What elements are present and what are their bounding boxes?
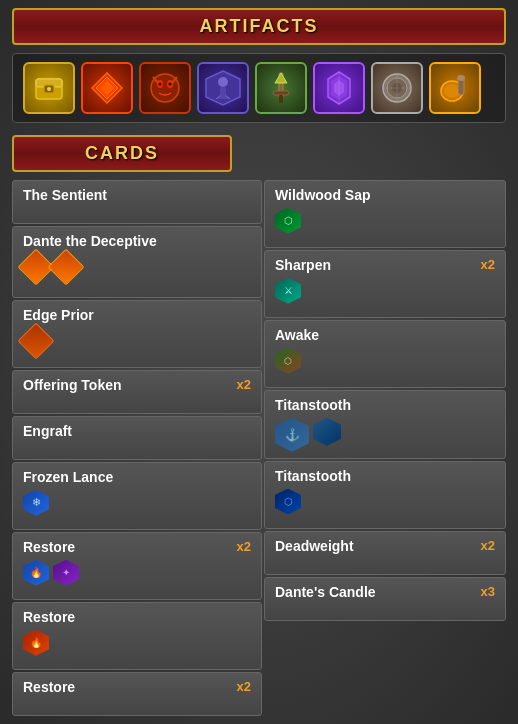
card-count-sharpen: x2: [481, 257, 495, 272]
cards-grid: The Sentient Dante the Deceptive Edge Pr…: [12, 180, 506, 716]
card-engraft[interactable]: Engraft: [12, 416, 262, 460]
card-edge-prior[interactable]: Edge Prior: [12, 300, 262, 368]
restore-1-icon-2: ✦: [53, 560, 79, 586]
card-dantes-candle[interactable]: Dante's Candle x3: [264, 577, 506, 621]
card-name-wildwood: Wildwood Sap: [275, 187, 371, 204]
awake-icons: ⬡: [275, 348, 495, 374]
svg-rect-14: [220, 87, 226, 97]
artifact-7[interactable]: [371, 62, 423, 114]
frozen-lance-icons: ❄: [23, 490, 251, 516]
titanstooth-1-icons: ⚓: [275, 418, 495, 452]
card-name-the-sentient: The Sentient: [23, 187, 107, 204]
cards-header: CARDS: [12, 135, 232, 172]
card-name-restore-2: Restore: [23, 609, 75, 626]
artifact-6[interactable]: [313, 62, 365, 114]
left-column: The Sentient Dante the Deceptive Edge Pr…: [12, 180, 262, 716]
svg-point-10: [159, 83, 162, 86]
artifact-3[interactable]: [139, 62, 191, 114]
titanstooth-2-icons: ⬡: [275, 489, 495, 515]
card-name-awake: Awake: [275, 327, 319, 344]
titanstooth-1-icon-2: [313, 418, 341, 446]
card-count-dantes-candle: x3: [481, 584, 495, 599]
right-column: Wildwood Sap ⬡ Sharpen x2 ⚔: [264, 180, 506, 716]
restore-1-icon-1: 🔥: [23, 560, 49, 586]
card-name-deadweight: Deadweight: [275, 538, 354, 555]
dante-icons: [23, 254, 251, 280]
sharpen-icon-1: ⚔: [275, 278, 301, 304]
card-count-deadweight: x2: [481, 538, 495, 553]
edge-prior-icon-1: [18, 322, 55, 359]
card-count-restore-3: x2: [237, 679, 251, 694]
sharpen-icons: ⚔: [275, 278, 495, 304]
svg-rect-17: [273, 91, 289, 95]
card-the-sentient[interactable]: The Sentient: [12, 180, 262, 224]
svg-rect-18: [279, 95, 283, 103]
card-name-titanstooth-1: Titanstooth: [275, 397, 351, 414]
titanstooth-2-icon-1: ⬡: [275, 489, 301, 515]
awake-icon-1: ⬡: [275, 348, 301, 374]
card-name-restore-3: Restore: [23, 679, 75, 696]
svg-point-31: [457, 75, 465, 81]
card-name-offering: Offering Token: [23, 377, 122, 394]
frozen-lance-icon-1: ❄: [23, 490, 49, 516]
card-restore-2[interactable]: Restore 🔥: [12, 602, 262, 670]
svg-point-3: [47, 87, 51, 91]
card-name-titanstooth-2: Titanstooth: [275, 468, 351, 485]
restore-1-icons: 🔥 ✦: [23, 560, 251, 586]
card-name-edge-prior: Edge Prior: [23, 307, 94, 324]
card-sharpen[interactable]: Sharpen x2 ⚔: [264, 250, 506, 318]
card-restore-3[interactable]: Restore x2: [12, 672, 262, 716]
titanstooth-1-icon-1: ⚓: [275, 418, 309, 452]
artifacts-header: ARTIFACTS: [12, 8, 506, 45]
artifact-8[interactable]: [429, 62, 481, 114]
artifact-4[interactable]: [197, 62, 249, 114]
card-count-restore-1: x2: [237, 539, 251, 554]
card-name-sharpen: Sharpen: [275, 257, 331, 274]
artifacts-title: ARTIFACTS: [200, 16, 319, 36]
card-restore-1[interactable]: Restore x2 🔥 ✦: [12, 532, 262, 600]
card-dante-deceptive[interactable]: Dante the Deceptive: [12, 226, 262, 298]
card-awake[interactable]: Awake ⬡: [264, 320, 506, 388]
card-name-restore-1: Restore: [23, 539, 75, 556]
svg-point-11: [169, 83, 172, 86]
card-name-engraft: Engraft: [23, 423, 72, 440]
wildwood-icon-1: ⬡: [275, 208, 301, 234]
artifact-5[interactable]: [255, 62, 307, 114]
dante-icon-2: [48, 248, 85, 285]
card-wildwood-sap[interactable]: Wildwood Sap ⬡: [264, 180, 506, 248]
restore-2-icon-1: 🔥: [23, 630, 49, 656]
restore-2-icons: 🔥: [23, 630, 251, 656]
card-count-offering: x2: [237, 377, 251, 392]
edge-prior-icons: [23, 328, 251, 354]
card-frozen-lance[interactable]: Frozen Lance ❄: [12, 462, 262, 530]
main-container: ARTIFACTS: [0, 0, 518, 724]
card-deadweight[interactable]: Deadweight x2: [264, 531, 506, 575]
card-titanstooth-1[interactable]: Titanstooth ⚓: [264, 390, 506, 459]
artifact-2[interactable]: [81, 62, 133, 114]
card-name-dante: Dante the Deceptive: [23, 233, 157, 250]
card-offering-token[interactable]: Offering Token x2: [12, 370, 262, 414]
card-name-dantes-candle: Dante's Candle: [275, 584, 376, 601]
svg-point-13: [218, 77, 228, 87]
cards-title: CARDS: [85, 143, 159, 163]
artifacts-row: [12, 53, 506, 123]
card-titanstooth-2[interactable]: Titanstooth ⬡: [264, 461, 506, 529]
artifact-1[interactable]: [23, 62, 75, 114]
card-name-frozen-lance: Frozen Lance: [23, 469, 113, 486]
svg-marker-16: [275, 73, 287, 83]
wildwood-icons: ⬡: [275, 208, 495, 234]
